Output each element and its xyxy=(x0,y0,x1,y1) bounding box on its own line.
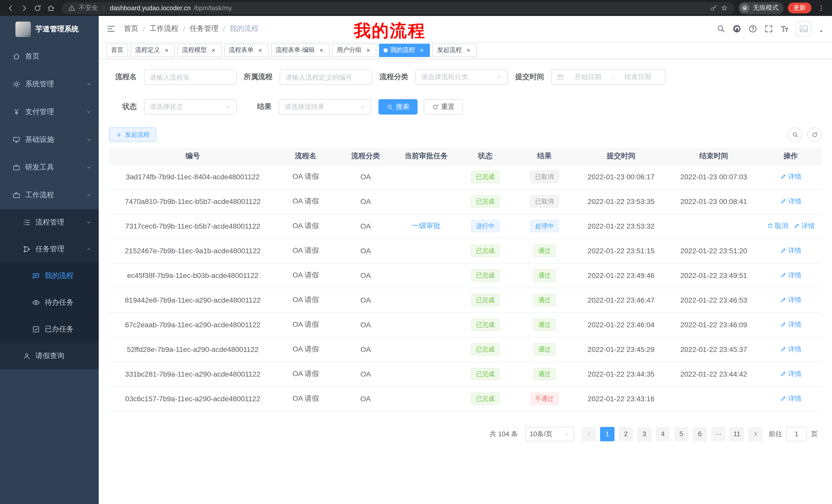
sidebar-item-0[interactable]: 首页 xyxy=(0,43,99,71)
toggle-search-button[interactable] xyxy=(788,128,802,142)
breadcrumb-item[interactable]: 工作流程 xyxy=(150,24,178,33)
prev-page-button[interactable] xyxy=(581,427,596,441)
sidebar-item-5[interactable]: 工作流程 xyxy=(0,181,99,209)
next-page-button[interactable] xyxy=(748,427,762,441)
fullscreen-icon[interactable] xyxy=(764,24,773,33)
sidebar-item-label: 已办任务 xyxy=(45,325,74,334)
action-link[interactable]: 详情 xyxy=(780,394,801,403)
address-bar[interactable]: 不安全 | dashboard.yudao.iocoder.cn/bpm/tas… xyxy=(62,2,734,14)
more-pages-button[interactable]: ··· xyxy=(711,427,726,441)
create-process-button[interactable]: 发起流程 xyxy=(109,128,156,142)
page-button-2[interactable]: 2 xyxy=(619,427,633,441)
breadcrumb-item[interactable]: 任务管理 xyxy=(190,24,218,33)
tab-close-icon[interactable]: × xyxy=(210,47,217,54)
avatar-caret-icon[interactable] xyxy=(818,28,824,34)
tab-close-icon[interactable]: × xyxy=(318,47,325,54)
font-size-icon[interactable] xyxy=(780,24,789,33)
sidebar-item-9[interactable]: 待办任务 xyxy=(0,289,99,316)
tab-close-icon[interactable]: × xyxy=(257,47,264,54)
sidebar-item-10[interactable]: 已办任务 xyxy=(0,316,99,343)
chevron-up-icon xyxy=(86,192,92,198)
help-icon[interactable] xyxy=(748,24,757,33)
action-link[interactable]: 详情 xyxy=(780,296,801,305)
app-logo[interactable]: 芋道管理系统 xyxy=(0,16,99,43)
security-warning[interactable]: 不安全 xyxy=(79,4,98,12)
breadcrumb-separator: / xyxy=(143,25,145,33)
tab-2[interactable]: 流程模型× xyxy=(177,44,222,57)
chevron-down-icon xyxy=(86,219,92,226)
process-definition-input[interactable] xyxy=(285,73,367,81)
sidebar-item-8[interactable]: 我的流程 xyxy=(0,262,99,289)
search-icon[interactable] xyxy=(716,24,726,33)
result-select[interactable]: 请选择流结果 xyxy=(279,99,371,115)
hamburger-icon[interactable] xyxy=(106,24,116,33)
submit-time-range-picker[interactable]: 开始日期 - 结束日期 xyxy=(551,69,666,85)
update-button[interactable]: 更新 xyxy=(788,3,811,13)
status-select[interactable]: 请选择状态 xyxy=(144,99,237,115)
page-button-1[interactable]: 1 xyxy=(600,427,615,441)
page-size-select[interactable]: 10条/页 xyxy=(525,427,574,441)
cell-actions: 取消详情 xyxy=(760,214,822,239)
browser-forward-icon[interactable] xyxy=(18,1,31,15)
browser-reload-icon[interactable] xyxy=(31,1,44,15)
browser-home-icon[interactable] xyxy=(44,1,58,15)
action-link[interactable]: 详情 xyxy=(780,320,801,329)
sidebar-item-6[interactable]: 流程管理 xyxy=(0,209,99,236)
cell-task xyxy=(396,288,456,312)
bookmark-star-icon[interactable] xyxy=(721,4,728,12)
sidebar-item-2[interactable]: 支付管理 xyxy=(0,98,99,126)
sidebar-item-1[interactable]: 系统管理 xyxy=(0,71,99,98)
action-link[interactable]: 详情 xyxy=(780,369,801,379)
cell-id: 2152467e-7b9b-11ec-9a1b-acde48001122 xyxy=(109,239,277,263)
action-label: 取消 xyxy=(775,221,788,231)
cell-category: OA xyxy=(335,288,396,312)
tab-5[interactable]: 用户分组× xyxy=(332,44,376,57)
tab-6[interactable]: 我的流程× xyxy=(379,44,430,57)
sidebar-item-3[interactable]: 基础设施 xyxy=(0,126,99,153)
sidebar-item-11[interactable]: 请假查询 xyxy=(0,343,99,369)
pagination-total: 共 104 条 xyxy=(490,429,518,439)
tab-close-icon[interactable]: × xyxy=(465,47,472,54)
filter-process-name: 流程名 xyxy=(109,69,237,85)
filter-row-1: 流程名 所属流程 流程分类 请选择流程分类 xyxy=(109,69,822,85)
tab-1[interactable]: 流程定义× xyxy=(131,44,175,57)
reset-button[interactable]: 重置 xyxy=(424,99,463,115)
action-link[interactable]: 详情 xyxy=(780,197,801,206)
task-link[interactable]: 一级审批 xyxy=(412,221,440,230)
tab-7[interactable]: 发起流程× xyxy=(433,44,477,57)
result-tag: 已取消 xyxy=(530,171,559,183)
category-select[interactable]: 请选择流程分类 xyxy=(415,69,508,85)
tab-3[interactable]: 流程表单× xyxy=(224,44,268,57)
avatar[interactable] xyxy=(796,21,811,36)
page-button-5[interactable]: 5 xyxy=(674,427,688,441)
github-icon[interactable] xyxy=(732,24,742,33)
tab-close-icon[interactable]: × xyxy=(418,47,425,54)
refresh-table-button[interactable] xyxy=(807,128,822,142)
process-name-input[interactable] xyxy=(150,73,231,81)
goto-page-input[interactable] xyxy=(786,427,807,441)
reset-button-icon xyxy=(432,104,439,110)
tab-close-icon[interactable]: × xyxy=(365,47,372,54)
action-link[interactable]: 详情 xyxy=(780,271,801,280)
tab-0[interactable]: 首页 xyxy=(106,44,128,57)
page-button-3[interactable]: 3 xyxy=(637,427,651,441)
page-button-4[interactable]: 4 xyxy=(656,427,670,441)
sidebar-item-7[interactable]: 任务管理 xyxy=(0,236,99,262)
tab-4[interactable]: 流程表单-编辑× xyxy=(271,44,330,57)
action-label: 详情 xyxy=(788,172,801,181)
tab-close-icon[interactable]: × xyxy=(163,47,170,54)
page-button-6[interactable]: 6 xyxy=(693,427,707,441)
action-link[interactable]: 详情 xyxy=(780,345,801,354)
breadcrumb-item[interactable]: 首页 xyxy=(124,24,138,33)
key-icon[interactable] xyxy=(710,4,717,12)
address-divider: | xyxy=(103,4,105,11)
browser-back-icon[interactable] xyxy=(4,1,18,15)
action-link[interactable]: 详情 xyxy=(793,221,815,231)
page-button-11[interactable]: 11 xyxy=(730,427,744,441)
action-link[interactable]: 详情 xyxy=(780,172,801,181)
browser-menu-icon[interactable] xyxy=(814,1,828,15)
search-button[interactable]: 搜索 xyxy=(379,99,418,115)
action-link[interactable]: 详情 xyxy=(780,246,801,255)
action-link[interactable]: 取消 xyxy=(766,221,788,231)
sidebar-item-4[interactable]: 研发工具 xyxy=(0,153,99,181)
